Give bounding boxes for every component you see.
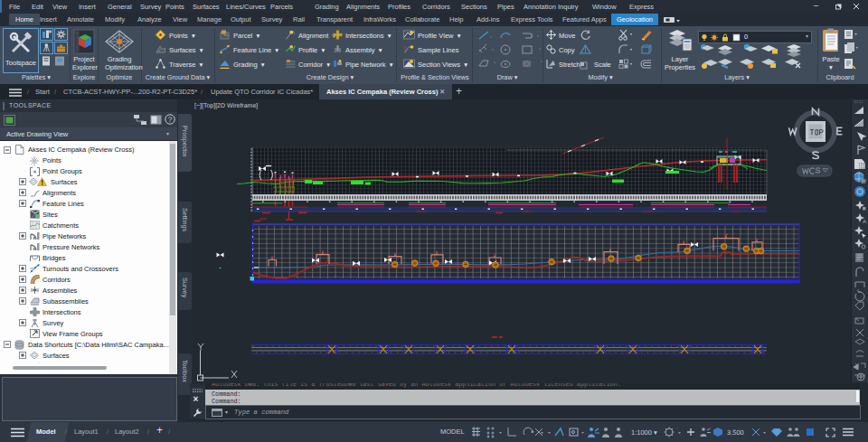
svg-text:3.500: 3.500 <box>727 428 744 437</box>
svg-text:?: ? <box>168 116 173 124</box>
svg-text:1:1000 ▾: 1:1000 ▾ <box>631 428 657 437</box>
svg-text:[−][Top][2D Wireframe]: [−][Top][2D Wireframe] <box>194 102 258 109</box>
svg-text:A: A <box>863 219 866 225</box>
